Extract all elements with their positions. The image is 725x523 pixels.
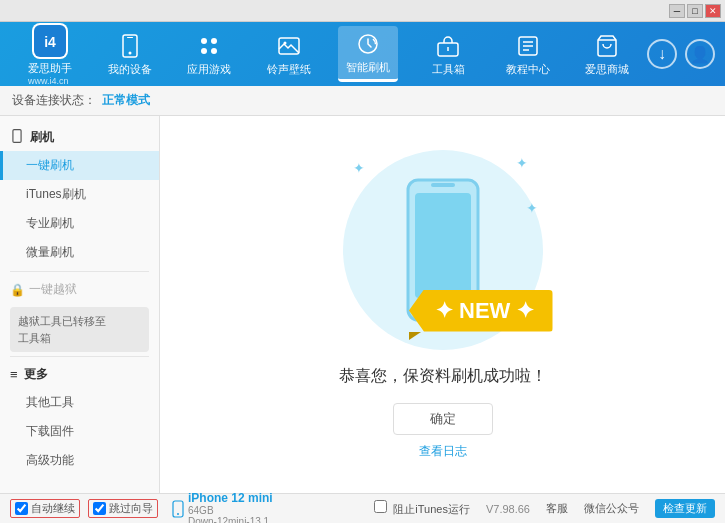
nav-wallpaper[interactable]: 铃声壁纸 — [259, 28, 319, 81]
new-banner-tail — [409, 332, 421, 340]
sparkle-2: ✦ — [516, 155, 528, 171]
nav-tutorial-label: 教程中心 — [506, 62, 550, 77]
sidebar-section-flash-header: 刷机 — [0, 124, 159, 151]
toolbox-icon — [434, 32, 462, 60]
nav-flash-label: 智能刷机 — [346, 60, 390, 75]
svg-point-7 — [201, 48, 207, 54]
user-btn[interactable]: 👤 — [685, 39, 715, 69]
bottom-bar: 自动继续 跳过向导 iPhone 12 mini 64GB Down-12min… — [0, 493, 725, 523]
content-area: ✦ ✦ ✦ ✦ NEW ✦ 恭喜您，保资料刷机成功啦！ 确定 查 — [160, 116, 725, 493]
device-model: Down-12mini-13,1 — [188, 516, 273, 524]
sidebar: 刷机 一键刷机 iTunes刷机 专业刷机 微量刷机 🔒 一键越狱 越狱工具已转… — [0, 116, 160, 493]
sidebar-item-download-firmware[interactable]: 下载固件 — [0, 417, 159, 446]
sidebar-divider-2 — [10, 356, 149, 357]
nav-my-device-label: 我的设备 — [108, 62, 152, 77]
version-label: V7.98.66 — [486, 503, 530, 515]
sidebar-item-itunes-flash[interactable]: iTunes刷机 — [0, 180, 159, 209]
nav-toolbox-label: 工具箱 — [432, 62, 465, 77]
sidebar-section-more-header: ≡ 更多 — [0, 361, 159, 388]
sidebar-jailbreak-disabled: 🔒 一键越狱 — [0, 276, 159, 303]
skip-wizard-checkbox[interactable]: 跳过向导 — [88, 499, 158, 518]
svg-rect-19 — [13, 130, 21, 143]
mall-icon — [593, 32, 621, 60]
device-name: iPhone 12 mini — [188, 491, 273, 505]
svg-point-4 — [128, 51, 131, 54]
device-small-icon — [172, 500, 184, 518]
sidebar-divider-1 — [10, 271, 149, 272]
sidebar-item-pro-flash[interactable]: 专业刷机 — [0, 209, 159, 238]
sparkle-1: ✦ — [353, 160, 365, 176]
device-icon — [116, 32, 144, 60]
sidebar-item-one-key-flash[interactable]: 一键刷机 — [0, 151, 159, 180]
nav-wallpaper-label: 铃声壁纸 — [267, 62, 311, 77]
logo-text: 爱思助手 www.i4.cn — [28, 61, 72, 86]
sidebar-section-flash: 刷机 一键刷机 iTunes刷机 专业刷机 微量刷机 — [0, 124, 159, 267]
svg-point-25 — [177, 513, 179, 515]
check-update-link[interactable]: 检查更新 — [655, 499, 715, 518]
sidebar-section-more: ≡ 更多 其他工具 下载固件 高级功能 — [0, 361, 159, 475]
flash-icon — [354, 30, 382, 58]
sidebar-item-advanced[interactable]: 高级功能 — [0, 446, 159, 475]
svg-rect-21 — [415, 193, 471, 298]
itunes-block-check[interactable] — [374, 500, 387, 513]
auto-continue-checkbox[interactable]: 自动继续 — [10, 499, 80, 518]
status-value: 正常模式 — [102, 92, 150, 109]
svg-point-10 — [283, 41, 286, 44]
svg-rect-3 — [127, 37, 133, 38]
nav-toolbox[interactable]: 工具箱 — [418, 28, 478, 81]
device-storage: 64GB — [188, 505, 273, 516]
tutorial-icon — [514, 32, 542, 60]
header: i4 爱思助手 www.i4.cn 我的设备 应用游戏 铃声壁纸 — [0, 22, 725, 86]
bottom-right: 阻止iTunes运行 V7.98.66 客服 微信公众号 检查更新 — [374, 499, 715, 518]
apps-icon — [195, 32, 223, 60]
sparkle-3: ✦ — [526, 200, 538, 216]
nav-smart-flash[interactable]: 智能刷机 — [338, 26, 398, 82]
more-section-icon: ≡ — [10, 367, 18, 382]
minimize-btn[interactable]: ─ — [669, 4, 685, 18]
bottom-left: 自动继续 跳过向导 iPhone 12 mini 64GB Down-12min… — [10, 491, 374, 524]
nav-mall-label: 爱思商城 — [585, 62, 629, 77]
main-layout: 刷机 一键刷机 iTunes刷机 专业刷机 微量刷机 🔒 一键越狱 越狱工具已转… — [0, 116, 725, 493]
svg-point-8 — [211, 48, 217, 54]
log-link[interactable]: 查看日志 — [419, 443, 467, 460]
maximize-btn[interactable]: □ — [687, 4, 703, 18]
customer-service-link[interactable]: 客服 — [546, 501, 568, 516]
sidebar-item-micro-flash[interactable]: 微量刷机 — [0, 238, 159, 267]
wechat-public-link[interactable]: 微信公众号 — [584, 501, 639, 516]
device-info: iPhone 12 mini 64GB Down-12mini-13,1 — [172, 491, 273, 524]
nav-my-device[interactable]: 我的设备 — [100, 28, 160, 81]
sidebar-item-other-tools[interactable]: 其他工具 — [0, 388, 159, 417]
close-btn[interactable]: ✕ — [705, 4, 721, 18]
logo-icon: i4 — [32, 23, 68, 59]
svg-point-5 — [201, 38, 207, 44]
status-bar: 设备连接状态： 正常模式 — [0, 86, 725, 116]
sidebar-section-jailbreak: 🔒 一键越狱 越狱工具已转移至工具箱 — [0, 276, 159, 352]
confirm-button[interactable]: 确定 — [393, 403, 493, 435]
nav-apps-games[interactable]: 应用游戏 — [179, 28, 239, 81]
success-text: 恭喜您，保资料刷机成功啦！ — [339, 366, 547, 387]
nav-mall[interactable]: 爱思商城 — [577, 28, 637, 81]
header-right: ↓ 👤 — [647, 39, 715, 69]
nav-tutorial[interactable]: 教程中心 — [498, 28, 558, 81]
new-banner: ✦ NEW ✦ — [409, 290, 553, 332]
phone-illustration: ✦ ✦ ✦ ✦ NEW ✦ — [343, 150, 543, 350]
svg-rect-23 — [431, 183, 455, 187]
skip-wizard-check[interactable] — [93, 502, 106, 515]
svg-text:i4: i4 — [44, 34, 56, 50]
auto-continue-check[interactable] — [15, 502, 28, 515]
title-bar: ─ □ ✕ — [0, 0, 725, 22]
download-btn[interactable]: ↓ — [647, 39, 677, 69]
lock-icon: 🔒 — [10, 283, 25, 297]
wallpaper-icon — [275, 32, 303, 60]
flash-section-icon — [10, 129, 24, 146]
itunes-status: 阻止iTunes运行 — [374, 500, 470, 517]
logo[interactable]: i4 爱思助手 www.i4.cn — [10, 23, 90, 86]
nav-items: 我的设备 应用游戏 铃声壁纸 智能刷机 工具箱 — [90, 26, 647, 82]
svg-point-6 — [211, 38, 217, 44]
status-label: 设备连接状态： — [12, 92, 96, 109]
sidebar-jailbreak-note: 越狱工具已转移至工具箱 — [10, 307, 149, 352]
nav-apps-label: 应用游戏 — [187, 62, 231, 77]
new-banner-wrapper: ✦ NEW ✦ — [409, 290, 553, 340]
